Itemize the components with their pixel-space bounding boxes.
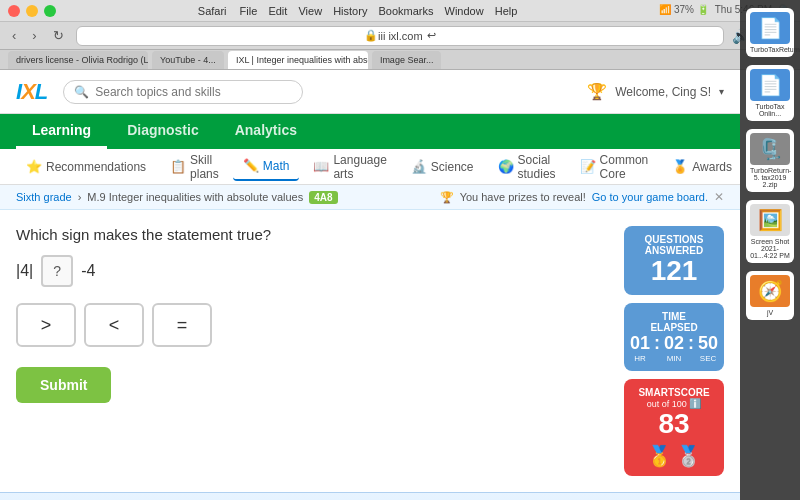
screenshot-label: Screen Shot 2021-01...4:22 PM: [750, 238, 790, 259]
smart-label: SmartScore: [632, 387, 716, 398]
prize-text: You have prizes to reveal!: [460, 191, 586, 203]
menu-file[interactable]: File: [240, 5, 258, 17]
equation-right: -4: [81, 262, 95, 280]
menu-view[interactable]: View: [298, 5, 322, 17]
awards-icon: 🏅: [672, 159, 688, 174]
science-icon: 🔬: [411, 159, 427, 174]
time-minutes: 02 MIN: [664, 333, 684, 363]
equation-hint: ?: [53, 263, 61, 279]
medal-gold: 🥇: [647, 444, 672, 468]
traffic-lights: [8, 5, 56, 17]
tab-bar: drivers license - Olivia Rodrigo (Lyrics…: [0, 50, 800, 70]
subnav-recommendations[interactable]: ⭐ Recommendations: [16, 153, 156, 180]
trophy-icon: 🏆: [587, 82, 607, 101]
title-bar: Safari File Edit View History Bookmarks …: [0, 0, 800, 22]
prize-link[interactable]: Go to your game board.: [592, 191, 708, 203]
choice-less-than[interactable]: <: [84, 303, 144, 347]
subnav-social-studies[interactable]: 🌍 Social studies: [488, 147, 566, 187]
menu-help[interactable]: Help: [495, 5, 518, 17]
breadcrumb-separator: ›: [78, 191, 82, 203]
info-icon[interactable]: ℹ️: [689, 398, 701, 409]
menu-edit[interactable]: Edit: [268, 5, 287, 17]
menu-history[interactable]: History: [333, 5, 367, 17]
nav-tab-learning[interactable]: Learning: [16, 114, 107, 149]
maximize-window-btn[interactable]: [44, 5, 56, 17]
time-label: Timeelapsed: [632, 311, 716, 333]
ixl-header: IXL 🔍 🏆 Welcome, Cing S! ▾: [0, 70, 740, 114]
choice-equal[interactable]: =: [152, 303, 212, 347]
sub-nav: ⭐ Recommendations 📋 Skill plans ✏️ Math …: [0, 149, 740, 185]
zip-icon: 🗜️: [750, 133, 790, 165]
tab-youtube[interactable]: YouTube - 4...: [152, 51, 224, 69]
prize-icon: 🏆: [440, 191, 454, 204]
prize-banner: 🏆 You have prizes to reveal! Go to your …: [440, 190, 724, 204]
dropdown-arrow-icon[interactable]: ▾: [719, 86, 724, 97]
skill-badge: 4A8: [309, 191, 337, 204]
nav-tab-diagnostic[interactable]: Diagnostic: [111, 114, 215, 149]
reload-button[interactable]: ↻: [49, 26, 68, 45]
browser-bar: ‹ › ↻ 🔒 iii ixl.com ↩ 🔊 ↻ 🔍: [0, 22, 800, 50]
subnav-awards[interactable]: 🏅 Awards: [662, 153, 742, 180]
question-title: Which sign makes the statement true?: [16, 226, 608, 243]
subnav-math[interactable]: ✏️ Math: [233, 152, 300, 181]
tab-image-search[interactable]: Image Sear...: [372, 51, 442, 69]
desktop-icon-turbotax2[interactable]: 📄 TurboTax Onlin...: [746, 65, 794, 121]
safari-label: jV: [750, 309, 790, 316]
questions-answered-card: Questionsanswered 121: [624, 226, 724, 295]
turbotax2-icon: 📄: [750, 69, 790, 101]
menu-safari[interactable]: Safari: [198, 5, 227, 17]
tab-youtube-music[interactable]: drivers license - Olivia Rodrigo (Lyrics…: [8, 51, 148, 69]
ixl-logo: IXL: [16, 79, 47, 105]
time-display: 01 HR : 02 MIN : 50 SEC: [632, 333, 716, 363]
turbotax1-label: TurboTaxReturn...: [750, 46, 790, 53]
forward-button[interactable]: ›: [28, 26, 40, 45]
subnav-skill-plans[interactable]: 📋 Skill plans: [160, 147, 229, 187]
search-icon: 🔍: [74, 85, 89, 99]
skill-plans-icon: 📋: [170, 159, 186, 174]
desktop-icon-safari[interactable]: 🧭 jV: [746, 271, 794, 320]
subnav-science[interactable]: 🔬 Science: [401, 153, 484, 180]
main-nav: Learning Diagnostic Analytics: [0, 114, 740, 149]
turbotax2-label: TurboTax Onlin...: [750, 103, 790, 117]
nav-tab-analytics[interactable]: Analytics: [219, 114, 313, 149]
time-hours: 01 HR: [630, 333, 650, 363]
back-button[interactable]: ‹: [8, 26, 20, 45]
choice-greater-than[interactable]: >: [16, 303, 76, 347]
tab-ixl[interactable]: IXL | Integer inequalities with absolute…: [228, 51, 368, 69]
safari-icon: 🧭: [750, 275, 790, 307]
desktop-icon-turbotax1[interactable]: 📄 TurboTaxReturn...: [746, 8, 794, 57]
smart-score-card: SmartScore out of 100 ℹ️ 83 🥇 🥈: [624, 379, 724, 476]
equation: |4| ? -4: [16, 255, 608, 287]
time-elapsed-card: Timeelapsed 01 HR : 02 MIN : 50 SEC: [624, 303, 724, 371]
search-box[interactable]: 🔍: [63, 80, 303, 104]
math-icon: ✏️: [243, 158, 259, 173]
main-content: Which sign makes the statement true? |4|…: [0, 210, 740, 492]
welcome-text: Welcome, Cing S!: [615, 85, 711, 99]
minimize-window-btn[interactable]: [26, 5, 38, 17]
menu-window[interactable]: Window: [445, 5, 484, 17]
header-right: 🏆 Welcome, Cing S! ▾: [587, 82, 724, 101]
desktop-icon-zip[interactable]: 🗜️ TurboReturn-5. tax2019 2.zip: [746, 129, 794, 192]
breadcrumb: Sixth grade › M.9 Integer inequalities w…: [0, 185, 740, 210]
time-seconds: 50 SEC: [698, 333, 718, 363]
subnav-common-core[interactable]: 📝 Common Core: [570, 147, 659, 187]
search-input[interactable]: [95, 85, 292, 99]
breadcrumb-section: M.9 Integer inequalities with absolute v…: [87, 191, 303, 203]
medals: 🥇 🥈: [632, 444, 716, 468]
social-studies-icon: 🌍: [498, 159, 514, 174]
menu-bookmarks[interactable]: Bookmarks: [378, 5, 433, 17]
desktop-icon-screenshot[interactable]: 🖼️ Screen Shot 2021-01...4:22 PM: [746, 200, 794, 263]
language-arts-icon: 📖: [313, 159, 329, 174]
grade-link[interactable]: Sixth grade: [16, 191, 72, 203]
questions-label: Questionsanswered: [632, 234, 716, 256]
prize-close-btn[interactable]: ✕: [714, 190, 724, 204]
zip-label: TurboReturn-5. tax2019 2.zip: [750, 167, 790, 188]
subnav-language-arts[interactable]: 📖 Language arts: [303, 147, 396, 187]
smart-score-value: 83: [632, 409, 716, 440]
stats-sidebar: Questionsanswered 121 Timeelapsed 01 HR …: [624, 226, 724, 476]
questions-value: 121: [632, 256, 716, 287]
submit-button[interactable]: Submit: [16, 367, 111, 403]
equation-blank: ?: [41, 255, 73, 287]
close-window-btn[interactable]: [8, 5, 20, 17]
address-bar[interactable]: 🔒 iii ixl.com ↩: [76, 26, 724, 46]
